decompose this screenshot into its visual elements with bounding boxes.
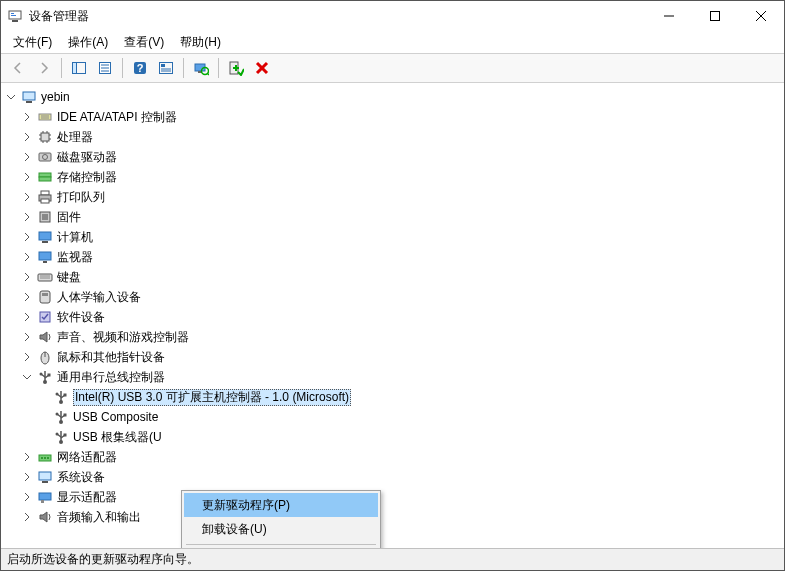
toolbar-uninstall-button[interactable]: [250, 56, 274, 80]
tree-category[interactable]: 键盘: [3, 267, 782, 287]
tree-category[interactable]: 固件: [3, 207, 782, 227]
svg-rect-52: [39, 252, 51, 260]
expand-icon[interactable]: [19, 289, 35, 305]
expand-icon[interactable]: [19, 349, 35, 365]
printer-icon: [37, 189, 53, 205]
toolbar-properties-button[interactable]: [93, 56, 117, 80]
software-device-icon: [37, 309, 53, 325]
monitor-icon: [37, 249, 53, 265]
svg-rect-90: [39, 472, 51, 480]
toolbar-separator: [122, 58, 123, 78]
tree-category[interactable]: 磁盘驱动器: [3, 147, 782, 167]
expand-icon[interactable]: [19, 489, 35, 505]
mouse-icon: [37, 349, 53, 365]
svg-rect-89: [47, 457, 49, 459]
svg-point-77: [56, 413, 59, 416]
tree-category[interactable]: 网络适配器: [3, 447, 782, 467]
svg-rect-85: [64, 434, 67, 437]
context-item-label: 更新驱动程序(P): [202, 497, 290, 514]
tree-category[interactable]: 人体学输入设备: [3, 287, 782, 307]
toolbar-show-hide-tree-button[interactable]: [67, 56, 91, 80]
tree-category[interactable]: 监视器: [3, 247, 782, 267]
minimize-button[interactable]: [646, 1, 692, 31]
svg-rect-58: [42, 293, 48, 296]
tree-category[interactable]: 打印队列: [3, 187, 782, 207]
tree-label: 网络适配器: [57, 449, 117, 466]
menu-view[interactable]: 查看(V): [116, 32, 172, 53]
tree-label: 固件: [57, 209, 81, 226]
expand-icon[interactable]: [19, 209, 35, 225]
expand-icon[interactable]: [19, 249, 35, 265]
svg-rect-51: [42, 241, 48, 243]
expand-icon[interactable]: [19, 509, 35, 525]
toolbar-separator: [218, 58, 219, 78]
svg-rect-93: [41, 500, 44, 503]
tree-category[interactable]: 计算机: [3, 227, 782, 247]
tree-device[interactable]: USB Composite: [3, 407, 782, 427]
tree-category-usb[interactable]: 通用串行总线控制器: [3, 367, 782, 387]
toolbar-back-button: [6, 56, 30, 80]
sound-icon: [37, 329, 53, 345]
expand-icon[interactable]: [19, 269, 35, 285]
tree-root[interactable]: yebin: [3, 87, 782, 107]
toolbar-forward-button: [32, 56, 56, 80]
expand-icon[interactable]: [19, 229, 35, 245]
toolbar-scan-button[interactable]: [189, 56, 213, 80]
context-uninstall[interactable]: 卸载设备(U): [184, 517, 378, 541]
context-update-driver[interactable]: 更新驱动程序(P): [184, 493, 378, 517]
toolbar-enable-button[interactable]: [224, 56, 248, 80]
expand-icon[interactable]: [19, 329, 35, 345]
tree-label: 鼠标和其他指针设备: [57, 349, 165, 366]
tree-label: IDE ATA/ATAPI 控制器: [57, 109, 177, 126]
tree-category[interactable]: 系统设备: [3, 467, 782, 487]
expand-icon[interactable]: [19, 169, 35, 185]
tree-category[interactable]: 存储控制器: [3, 167, 782, 187]
tree-label: 显示适配器: [57, 489, 117, 506]
svg-rect-27: [23, 92, 35, 100]
maximize-button[interactable]: [692, 1, 738, 31]
tree-label: 存储控制器: [57, 169, 117, 186]
tree-device[interactable]: USB 根集线器(U: [3, 427, 782, 447]
tree-category[interactable]: 显示适配器: [3, 487, 782, 507]
tree-category[interactable]: 软件设备: [3, 307, 782, 327]
svg-rect-45: [41, 191, 49, 195]
tree-category[interactable]: 鼠标和其他指针设备: [3, 347, 782, 367]
toolbar: ?: [1, 53, 784, 83]
computer-icon: [21, 89, 37, 105]
tree-category[interactable]: 音频输入和输出: [3, 507, 782, 527]
device-tree: yebin IDE ATA/ATAPI 控制器 处理器 磁盘驱动器: [1, 83, 784, 531]
expand-icon[interactable]: [19, 109, 35, 125]
svg-rect-73: [64, 394, 67, 397]
svg-rect-88: [44, 457, 46, 459]
svg-rect-47: [41, 199, 49, 203]
context-menu: 更新驱动程序(P) 卸载设备(U) 扫描检测硬件改动(A) 属性(R): [181, 490, 381, 548]
close-button[interactable]: [738, 1, 784, 31]
svg-point-65: [40, 373, 43, 376]
expand-icon[interactable]: [19, 309, 35, 325]
context-item-label: 卸载设备(U): [202, 521, 267, 538]
expand-icon[interactable]: [19, 189, 35, 205]
svg-rect-1: [12, 20, 18, 22]
tree-device-selected[interactable]: Intel(R) USB 3.0 可扩展主机控制器 - 1.0 (Microso…: [3, 387, 782, 407]
expand-icon[interactable]: [19, 449, 35, 465]
tree-category[interactable]: 处理器: [3, 127, 782, 147]
statusbar-text: 启动所选设备的更新驱动程序向导。: [7, 551, 199, 568]
tree-label: 声音、视频和游戏控制器: [57, 329, 189, 346]
collapse-icon[interactable]: [19, 369, 35, 385]
menu-action[interactable]: 操作(A): [60, 32, 116, 53]
toolbar-action-button[interactable]: [154, 56, 178, 80]
tree-label: yebin: [41, 90, 70, 104]
menu-help[interactable]: 帮助(H): [172, 32, 229, 53]
expand-icon[interactable]: [19, 129, 35, 145]
svg-rect-53: [43, 261, 47, 263]
tree-category[interactable]: 声音、视频和游戏控制器: [3, 327, 782, 347]
device-tree-pane[interactable]: yebin IDE ATA/ATAPI 控制器 处理器 磁盘驱动器: [1, 83, 784, 548]
tree-category[interactable]: IDE ATA/ATAPI 控制器: [3, 107, 782, 127]
app-icon: [7, 8, 23, 24]
expand-icon[interactable]: [19, 149, 35, 165]
collapse-icon[interactable]: [3, 89, 19, 105]
toolbar-help-button[interactable]: ?: [128, 56, 152, 80]
expand-icon[interactable]: [19, 469, 35, 485]
menu-file[interactable]: 文件(F): [5, 32, 60, 53]
tree-label: Intel(R) USB 3.0 可扩展主机控制器 - 1.0 (Microso…: [73, 389, 351, 406]
